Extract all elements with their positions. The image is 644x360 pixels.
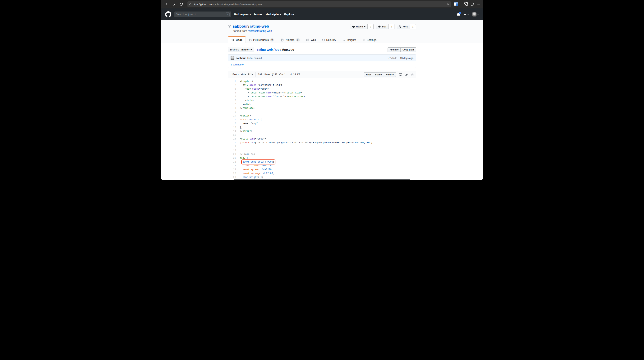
create-new-button[interactable] [464,13,469,16]
repo-owner-link[interactable]: sabbour [233,24,248,28]
breadcrumb-repo-link[interactable]: rating-web [257,48,273,51]
line-number[interactable]: 4 [228,91,238,95]
line-number[interactable]: 11 [228,118,238,122]
commit-author-link[interactable]: sabbour [236,57,246,60]
watch-count[interactable]: 0 [368,24,374,29]
branch-select-button[interactable]: Branch: master [228,47,254,52]
tab-settings[interactable]: Settings [359,37,380,43]
watch-button[interactable]: Watch [350,24,368,29]
reload-button[interactable] [178,1,184,7]
code-line: 18 [228,145,416,148]
line-number[interactable]: 20 [228,152,238,156]
line-content [238,133,416,137]
search-input[interactable] [176,13,226,16]
raw-button[interactable]: Raw [364,72,373,77]
defender-extension-icon[interactable] [454,2,458,6]
code-line: 17@import url("https://fonts.googleapis.… [228,141,416,145]
tab-code[interactable]: Code [228,37,246,43]
line-number[interactable]: 7 [228,102,238,106]
line-number[interactable]: 5 [228,95,238,99]
more-menu-icon[interactable] [477,3,480,6]
fork-count[interactable]: 1 [410,24,416,29]
line-number[interactable]: 23 [228,164,238,168]
line-number[interactable]: 2 [228,83,238,87]
contributors-link[interactable]: 1 contributor [230,63,244,66]
find-file-button[interactable]: Find file [388,47,400,52]
tab-insights[interactable]: Insights [339,37,359,43]
blame-button[interactable]: Blame [373,72,384,77]
code-line: 21body { [228,156,416,160]
star-button[interactable]: Star [376,24,388,29]
copy-path-button[interactable]: Copy path [400,47,416,52]
line-number[interactable]: 14 [228,129,238,133]
address-bar[interactable]: https://github.com/sabbour/rating-web/bl… [188,1,451,7]
tab-security[interactable]: Security [319,37,339,43]
horizontal-scrollbar[interactable] [234,179,410,180]
line-number[interactable]: 10 [228,114,238,118]
line-number[interactable]: 21 [228,156,238,160]
nav-marketplace[interactable]: Marketplace [266,13,281,16]
fork-button[interactable]: Fork [397,24,410,29]
line-content [238,148,416,152]
line-content: export default { [238,118,416,122]
repo-social-buttons: Watch 0 Star 0 [350,24,416,29]
code-line: 7 </div> [228,102,416,106]
history-button[interactable]: History [384,72,396,77]
repo-name-link[interactable]: rating-web [250,24,269,28]
line-number[interactable]: 9 [228,110,238,114]
line-number[interactable]: 17 [228,141,238,145]
github-search[interactable]: / [174,12,231,17]
commit-author-avatar[interactable] [230,56,234,60]
feedback-smiley-icon[interactable] [470,2,474,6]
line-number[interactable]: 3 [228,87,238,91]
open-in-desktop-button[interactable] [399,73,402,76]
avatar [472,12,476,17]
commit-message-link[interactable]: Initial commit [247,57,262,60]
line-content: name: "app" [238,122,416,125]
back-button[interactable] [164,1,170,7]
nav-issues[interactable]: Issues [254,13,262,16]
github-logo-icon[interactable] [165,11,171,18]
latest-commit-bar: sabbour Initial commit 727f4d3 13 days a… [228,55,416,61]
nav-pull-requests[interactable]: Pull requests [234,13,251,16]
line-number[interactable]: 24 [228,168,238,171]
extension-striped-icon[interactable] [464,2,468,6]
plus-icon [464,13,466,16]
edit-file-button[interactable] [405,73,408,76]
star-count[interactable]: 0 [388,24,395,29]
user-menu[interactable] [472,12,479,17]
line-number[interactable]: 12 [228,122,238,125]
github-header: / Pull requests Issues Marketplace Explo… [161,9,483,20]
forward-button[interactable] [171,1,177,7]
line-number[interactable]: 22 [228,160,238,164]
tab-pull-requests[interactable]: Pull requests 0 [246,37,277,43]
tab-projects[interactable]: Projects 0 [277,37,303,43]
line-content: @import url("https://fonts.googleapis.co… [238,141,416,145]
code-line: 10<script> [228,114,416,118]
line-number[interactable]: 15 [228,133,238,137]
tab-wiki[interactable]: Wiki [303,37,319,43]
line-number[interactable]: 16 [228,137,238,141]
line-number[interactable]: 6 [228,99,238,102]
bookmark-star-icon[interactable] [446,3,450,6]
line-number[interactable]: 25 [228,171,238,175]
delete-file-button[interactable] [411,73,414,76]
notifications-button[interactable] [457,13,460,16]
line-number[interactable]: 18 [228,145,238,148]
line-content: }; [238,125,416,129]
repo-forked-icon [399,25,402,28]
fork-source-link[interactable]: microsoft/rating-web [248,29,272,33]
line-content: </script> [238,129,416,133]
caret-down-icon [477,14,479,15]
line-number[interactable]: 19 [228,148,238,152]
line-number[interactable]: 8 [228,106,238,110]
shield-icon [322,39,325,42]
nav-explore[interactable]: Explore [284,13,294,16]
breadcrumb: rating-web / src / App.vue [257,48,294,51]
breadcrumb-dir-link[interactable]: src [275,48,279,51]
lock-icon [189,3,192,6]
commit-sha-link[interactable]: 727f4d3 [388,57,397,60]
url-text: https://github.com/sabbour/rating-web/bl… [193,3,446,6]
line-number[interactable]: 13 [228,125,238,129]
line-number[interactable]: 1 [228,79,238,83]
